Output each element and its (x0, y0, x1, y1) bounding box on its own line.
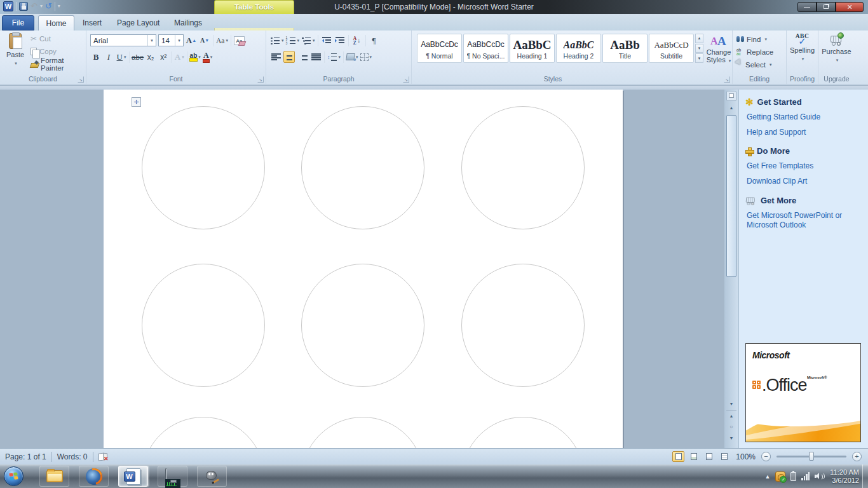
close-button[interactable]: ✕ (836, 2, 864, 12)
minimize-button[interactable]: — (797, 2, 817, 12)
show-hide-paragraph-button[interactable]: ¶ (369, 34, 380, 46)
undo-dropdown-icon[interactable]: ▾ (40, 1, 43, 11)
style-heading2[interactable]: AaBbC Heading 2 (556, 34, 601, 63)
select-button[interactable]: Select▾ (736, 60, 773, 69)
numbering-button[interactable]: ▾ (286, 34, 300, 46)
spelling-button[interactable]: ABC ✓ Spelling▾ (787, 30, 818, 72)
volume-icon[interactable] (815, 472, 825, 480)
style-subtitle[interactable]: AaBbCcD Subtitle (649, 34, 694, 63)
sync-status-icon[interactable] (775, 471, 785, 482)
word-app-icon[interactable]: W (3, 1, 13, 11)
print-layout-view-button[interactable] (672, 451, 684, 462)
zoom-level[interactable]: 100% (736, 452, 756, 461)
zoom-slider-thumb[interactable] (809, 452, 814, 461)
shading-button[interactable]: ▾ (346, 51, 358, 63)
label-circle[interactable] (301, 106, 424, 229)
page-count[interactable]: Page: 1 of 1 (5, 452, 46, 461)
align-right-button[interactable] (297, 51, 308, 63)
word-taskbar-button[interactable]: W (118, 466, 148, 487)
font-family-select[interactable]: Arial▾ (90, 34, 156, 46)
zoom-out-button[interactable]: − (761, 452, 771, 461)
styles-gallery-more-icon[interactable]: ▼ (695, 53, 703, 63)
scrollbar-thumb[interactable] (726, 115, 736, 277)
tab-mailings[interactable]: Mailings (166, 15, 210, 30)
copy-button[interactable]: Copy (31, 46, 86, 57)
draft-view-button[interactable] (718, 451, 730, 462)
word-count[interactable]: Words: 0 (57, 452, 88, 461)
repeat-icon[interactable]: ↺ (45, 1, 52, 11)
grow-font-button[interactable]: A▲ (186, 34, 197, 46)
subscript-button[interactable]: x₂ (145, 51, 156, 63)
style-normal[interactable]: AaBbCcDc ¶ Normal (417, 34, 462, 63)
system-monitor-taskbar-button[interactable] (158, 466, 187, 487)
show-desktop-button[interactable] (862, 464, 868, 488)
styles-scroll-up-icon[interactable]: ▲ (695, 34, 703, 43)
web-layout-view-button[interactable] (703, 451, 715, 462)
hidden-icons-arrow-icon[interactable]: ▲ (764, 473, 770, 480)
change-case-button[interactable]: Aa▾ (216, 34, 228, 46)
label-circle[interactable] (142, 417, 265, 448)
download-clip-art-link[interactable]: Download Clip Art (747, 177, 863, 186)
borders-button[interactable]: ▾ (360, 51, 372, 63)
proofing-errors-icon[interactable] (98, 453, 109, 461)
font-dialog-launcher[interactable]: ↘ (257, 76, 264, 83)
network-signal-icon[interactable] (801, 472, 810, 480)
justify-button[interactable] (310, 51, 322, 63)
select-browse-object-icon[interactable]: ○ (726, 422, 736, 431)
customize-qat-icon[interactable]: ▾ (58, 1, 60, 11)
superscript-button[interactable]: x² (158, 51, 169, 63)
tab-page-layout[interactable]: Page Layout (109, 15, 167, 30)
tab-insert[interactable]: Insert (75, 15, 109, 30)
document-canvas[interactable]: ✛ (0, 90, 724, 448)
highlight-button[interactable]: ab▾ (189, 51, 201, 63)
clear-formatting-icon[interactable]: Aa (234, 36, 245, 45)
label-circle[interactable] (142, 264, 265, 387)
shrink-font-button[interactable]: A▼ (199, 34, 210, 46)
purchase-button[interactable]: Purchase▾ (818, 30, 855, 72)
undo-icon[interactable]: ↶ (31, 1, 37, 11)
find-button[interactable]: Find▾ (736, 34, 773, 44)
label-circle[interactable] (461, 106, 585, 229)
save-icon[interactable] (19, 2, 28, 11)
table-move-handle-icon[interactable]: ✛ (132, 97, 141, 107)
clipboard-dialog-launcher[interactable]: ↘ (78, 76, 84, 83)
ruler-toggle-icon[interactable] (726, 91, 736, 101)
increase-indent-button[interactable] (334, 34, 346, 46)
decrease-indent-button[interactable] (321, 34, 332, 46)
paste-button[interactable]: Paste▾ (3, 30, 28, 72)
styles-dialog-launcher[interactable]: ↘ (724, 76, 730, 83)
align-left-button[interactable] (270, 51, 281, 63)
zoom-in-button[interactable]: + (852, 452, 862, 461)
getting-started-guide-link[interactable]: Getting Started Guide (747, 112, 863, 122)
styles-scroll-down-icon[interactable]: ▼ (695, 44, 703, 53)
get-free-templates-link[interactable]: Get Free Templates (747, 161, 863, 171)
tab-home[interactable]: Home (38, 15, 74, 30)
underline-button[interactable]: U▾ (116, 51, 127, 63)
font-size-select[interactable]: 14▾ (158, 34, 184, 46)
bold-button[interactable]: B (90, 51, 102, 63)
label-circle[interactable] (461, 264, 585, 387)
strikethrough-button[interactable]: abe (132, 51, 144, 63)
align-center-button[interactable] (283, 51, 295, 63)
explorer-taskbar-button[interactable] (39, 466, 69, 487)
gimp-taskbar-button[interactable] (197, 466, 227, 487)
sort-button[interactable]: AZ↓ (351, 34, 363, 46)
next-page-icon[interactable]: ▼ (726, 433, 736, 443)
style-heading1[interactable]: AaBbC Heading 1 (510, 34, 555, 63)
restore-button[interactable] (817, 2, 836, 12)
label-circle[interactable] (301, 417, 424, 448)
previous-page-icon[interactable]: ▲ (726, 410, 736, 420)
get-powerpoint-outlook-link[interactable]: Get Microsoft PowerPoint or Microsoft Ou… (747, 211, 863, 230)
multilevel-list-button[interactable]: ▾ (301, 34, 315, 46)
change-styles-button[interactable]: AA Change Styles ▾ (705, 32, 732, 74)
line-spacing-button[interactable]: ↕▾ (327, 51, 341, 63)
vertical-scrollbar[interactable]: ▲ ▼ ▲ ○ ▼ (724, 90, 738, 448)
zoom-slider[interactable] (776, 456, 846, 458)
cut-button[interactable]: ✂ Cut (31, 34, 86, 44)
text-effects-button[interactable]: A▾ (173, 51, 185, 63)
document-page[interactable]: ✛ (104, 90, 623, 448)
scroll-down-icon[interactable]: ▼ (726, 399, 736, 409)
paragraph-dialog-launcher[interactable]: ↘ (403, 76, 409, 83)
label-circle[interactable] (461, 417, 585, 448)
format-painter-button[interactable]: Format Painter (31, 59, 86, 69)
